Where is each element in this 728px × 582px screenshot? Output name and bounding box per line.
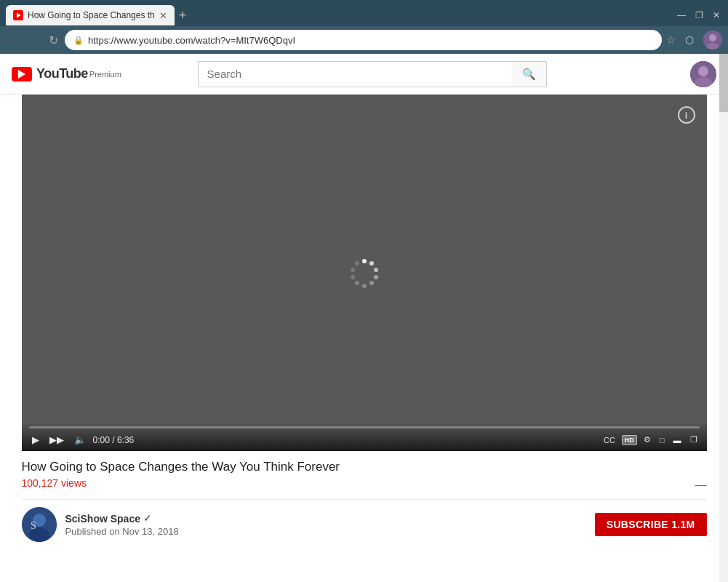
url-bar[interactable]: 🔒 https://www.youtube.com/watch?v=MIt7W6… [65,30,662,50]
browser-tab[interactable]: How Going to Space Changes th ✕ [6,5,175,25]
search-input[interactable] [198,61,512,87]
channel-info: SciShow Space ✓ Published on Nov 13, 201… [65,513,595,537]
subscribe-button[interactable]: SUBSCRIBE 1.1M [595,513,707,536]
time-total: 6:36 [117,435,134,445]
svg-point-3 [709,34,716,41]
svg-point-11 [374,275,378,279]
youtube-header: YouTube Premium 🔍 [0,54,728,95]
header-right [690,61,716,87]
channel-row: S SciShow Space ✓ Published on Nov 13, 2… [22,499,707,549]
hd-badge: HD [622,435,637,445]
video-views: 100,127 views [22,477,87,489]
svg-point-15 [351,275,355,279]
youtube-logo-wordmark: YouTube [36,66,88,81]
tab-favicon [13,10,23,20]
svg-point-8 [362,259,367,263]
search-button[interactable]: 🔍 [512,61,547,87]
channel-avatar[interactable]: S [22,507,57,542]
window-controls: — ❐ ✕ [676,10,722,20]
next-button[interactable]: ▶▶ [47,434,67,445]
tab-title: How Going to Space Changes th [28,10,155,20]
verified-badge-icon: ✓ [143,513,151,524]
volume-button[interactable]: 🔈 [71,434,89,445]
close-window-button[interactable]: ✕ [711,10,722,20]
svg-point-16 [351,268,355,272]
video-player[interactable]: i [22,95,707,451]
page-content: YouTube Premium 🔍 i [0,54,728,582]
video-info: How Going to Space Changes the Way You T… [22,451,707,499]
scrollbar-thumb[interactable] [719,54,728,112]
theater-button[interactable]: ▬ [671,436,684,445]
time-current: 0:00 [93,435,110,445]
svg-point-14 [355,281,359,285]
browser-scrollbar[interactable] [719,54,728,582]
channel-name: SciShow Space ✓ [65,513,595,525]
youtube-logo[interactable]: YouTube Premium [12,66,121,81]
time-separator: / [112,435,117,445]
video-container: i [22,95,707,549]
svg-point-9 [369,261,374,266]
gear-icon[interactable]: ⚙ [641,435,653,445]
browser-window: How Going to Space Changes th ✕ + — ❐ ✕ … [0,0,728,54]
video-controls: ▶ ▶▶ 🔈 0:00 / 6:36 CC HD ⚙ □ ▬ ❐ [22,422,707,451]
bookmark-button[interactable]: ☆ [666,33,676,47]
youtube-premium-label: Premium [89,70,121,79]
maximize-button[interactable]: ❐ [693,10,705,20]
forward-button[interactable]: → [26,33,42,47]
svg-point-17 [355,261,359,266]
fullscreen-button[interactable]: ❐ [688,435,700,445]
video-info-button[interactable]: i [678,106,695,124]
svg-point-12 [369,281,374,285]
tab-close-btn[interactable]: ✕ [159,10,167,21]
channel-published: Published on Nov 13, 2018 [65,526,595,537]
svg-point-6 [698,66,708,76]
search-container: 🔍 [198,61,547,87]
extension-icon-1[interactable]: ⬡ [680,31,699,49]
back-button[interactable]: ← [6,33,22,47]
browser-user-avatar[interactable] [703,31,722,49]
toolbar-icons: ⬡ [680,31,722,49]
subscriber-count-value: 1.1M [671,519,695,530]
search-icon: 🔍 [522,68,536,80]
minimize-button[interactable]: — [676,10,687,20]
video-loading-spinner [348,257,380,289]
youtube-logo-icon [12,67,32,81]
expand-description-button[interactable]: — [695,479,707,491]
miniplayer-button[interactable]: □ [657,436,667,445]
new-tab-button[interactable]: + [179,9,187,22]
url-text: https://www.youtube.com/watch?v=MIt7W6QD… [88,35,653,46]
subscribe-label: SUBSCRIBE [607,519,668,530]
svg-text:S: S [31,520,36,531]
title-bar: How Going to Space Changes th ✕ + — ❐ ✕ [0,0,728,26]
address-bar: ← → ↻ 🔒 https://www.youtube.com/watch?v=… [0,26,728,54]
subtitles-button[interactable]: CC [601,436,617,445]
video-title: How Going to Space Changes the Way You T… [22,460,707,474]
channel-name-text: SciShow Space [65,513,140,525]
time-display: 0:00 / 6:36 [93,435,135,445]
controls-row: ▶ ▶▶ 🔈 0:00 / 6:36 CC HD ⚙ □ ▬ ❐ [29,434,700,445]
spinner-svg [348,257,380,289]
play-button[interactable]: ▶ [29,434,42,445]
lock-icon: 🔒 [73,36,84,45]
svg-point-13 [362,284,367,288]
progress-bar[interactable] [29,426,700,428]
refresh-button[interactable]: ↻ [47,33,60,47]
svg-point-10 [374,268,378,272]
user-avatar[interactable] [690,61,716,87]
